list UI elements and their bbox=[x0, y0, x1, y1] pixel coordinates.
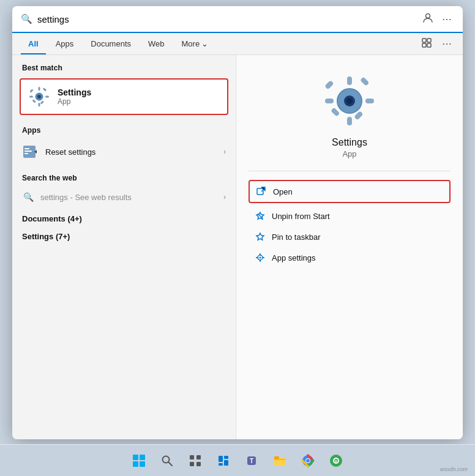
taskbar-widgets[interactable] bbox=[212, 450, 234, 472]
search-icon: 🔍 bbox=[21, 13, 32, 24]
svg-rect-14 bbox=[32, 99, 36, 103]
web-search-item[interactable]: 🔍 settings - See web results › bbox=[12, 186, 236, 208]
svg-rect-23 bbox=[347, 117, 352, 125]
app-settings-button[interactable]: App settings bbox=[249, 247, 451, 268]
taskbar-chrome[interactable] bbox=[297, 450, 319, 472]
chrome-icon bbox=[301, 454, 315, 467]
svg-rect-12 bbox=[40, 100, 44, 104]
svg-rect-30 bbox=[257, 188, 263, 195]
tabs-right-actions: ⋯ bbox=[419, 36, 454, 52]
svg-rect-47 bbox=[224, 460, 228, 466]
right-divider bbox=[249, 171, 451, 171]
svg-rect-8 bbox=[39, 103, 40, 106]
widgets-icon bbox=[217, 455, 230, 467]
svg-rect-1 bbox=[422, 39, 426, 42]
web-search-icon: 🔍 bbox=[22, 191, 34, 203]
tab-all[interactable]: All bbox=[21, 33, 46, 54]
svg-rect-46 bbox=[219, 463, 223, 466]
unpin-icon bbox=[255, 210, 266, 221]
search-input[interactable] bbox=[37, 14, 415, 24]
svg-rect-2 bbox=[427, 39, 431, 42]
svg-rect-42 bbox=[190, 462, 194, 466]
user-account-button[interactable] bbox=[420, 11, 436, 27]
svg-rect-45 bbox=[224, 456, 228, 459]
search-bar: 🔍 ⋯ bbox=[12, 6, 463, 33]
teams-icon: T bbox=[245, 454, 258, 467]
windows-logo bbox=[133, 455, 145, 467]
svg-point-54 bbox=[306, 459, 310, 463]
svg-rect-13 bbox=[43, 87, 47, 91]
chrome-app-icon: + bbox=[329, 453, 343, 468]
taskbar-taskview[interactable] bbox=[184, 450, 206, 472]
open-icon bbox=[256, 186, 267, 197]
right-app-type: App bbox=[342, 149, 356, 158]
chevron-down-icon: ⌄ bbox=[201, 39, 208, 48]
web-search-text: settings - See web results bbox=[40, 193, 132, 202]
web-section-label: Search the web bbox=[12, 165, 236, 186]
svg-point-6 bbox=[37, 95, 41, 99]
tab-documents[interactable]: Documents bbox=[83, 33, 138, 54]
svg-text:+: + bbox=[334, 458, 337, 464]
unpin-button[interactable]: Unpin from Start bbox=[249, 206, 451, 226]
taskbar-search-icon bbox=[161, 455, 173, 467]
svg-rect-18 bbox=[24, 153, 28, 154]
svg-rect-25 bbox=[365, 99, 374, 103]
content-area: Best match bbox=[12, 55, 463, 439]
svg-point-33 bbox=[260, 257, 261, 259]
best-match-text: Settings App bbox=[58, 87, 91, 106]
more-options-button[interactable]: ⋯ bbox=[439, 12, 454, 26]
pin-taskbar-label: Pin to taskbar bbox=[272, 232, 321, 242]
svg-rect-26 bbox=[324, 80, 334, 90]
chevron-right-web-icon: › bbox=[223, 193, 226, 201]
best-match-label: Best match bbox=[12, 55, 236, 76]
svg-rect-4 bbox=[427, 43, 431, 47]
svg-rect-43 bbox=[196, 462, 201, 466]
tab-web[interactable]: Web bbox=[141, 33, 172, 54]
web-search-left: 🔍 settings - See web results bbox=[22, 191, 132, 203]
open-label: Open bbox=[273, 187, 293, 196]
svg-rect-36 bbox=[256, 257, 258, 258]
taskbar-search[interactable] bbox=[156, 450, 178, 472]
svg-rect-29 bbox=[331, 107, 340, 117]
svg-rect-17 bbox=[24, 151, 32, 152]
reset-settings-left: Reset settings bbox=[22, 143, 95, 160]
svg-rect-35 bbox=[260, 260, 261, 262]
best-match-item[interactable]: Settings App bbox=[20, 78, 228, 115]
taskbar: T bbox=[0, 444, 475, 476]
taskbar-chrome-app[interactable]: + bbox=[325, 450, 347, 472]
svg-text:T: T bbox=[250, 458, 253, 464]
reset-settings-name: Reset settings bbox=[45, 147, 95, 157]
chevron-right-icon: › bbox=[223, 147, 226, 156]
svg-rect-24 bbox=[325, 99, 334, 103]
settings-large-icon bbox=[322, 73, 377, 128]
reset-settings-item[interactable]: Reset settings › bbox=[12, 138, 236, 165]
right-panel: Settings App Open bbox=[236, 55, 463, 439]
svg-line-39 bbox=[169, 462, 173, 466]
best-match-name: Settings bbox=[58, 87, 91, 97]
account-icon-button[interactable] bbox=[419, 36, 435, 52]
svg-rect-44 bbox=[219, 456, 223, 462]
svg-rect-41 bbox=[196, 455, 201, 459]
ellipsis-button[interactable]: ⋯ bbox=[439, 36, 454, 52]
unpin-label: Unpin from Start bbox=[272, 212, 330, 221]
pin-taskbar-button[interactable]: Pin to taskbar bbox=[249, 226, 451, 247]
svg-rect-34 bbox=[260, 253, 261, 255]
tab-more[interactable]: More ⌄ bbox=[174, 33, 216, 54]
taskview-icon bbox=[189, 455, 201, 467]
taskbar-teams[interactable]: T bbox=[241, 450, 263, 472]
svg-rect-51 bbox=[274, 456, 279, 459]
svg-point-0 bbox=[426, 14, 430, 18]
settings-icon bbox=[28, 86, 50, 108]
tab-apps[interactable]: Apps bbox=[48, 33, 81, 54]
open-button[interactable]: Open bbox=[249, 180, 451, 203]
search-bar-actions: ⋯ bbox=[420, 11, 454, 27]
svg-point-21 bbox=[346, 98, 353, 104]
taskbar-explorer[interactable] bbox=[269, 450, 291, 472]
app-settings-icon bbox=[255, 252, 266, 263]
documents-section[interactable]: Documents (4+) bbox=[12, 208, 236, 226]
taskbar-start[interactable] bbox=[128, 450, 150, 472]
watermark-text: wsxdn.com bbox=[440, 466, 468, 472]
tabs-list: All Apps Documents Web More ⌄ bbox=[21, 33, 215, 54]
right-app-name: Settings bbox=[332, 137, 367, 148]
settings-section[interactable]: Settings (7+) bbox=[12, 226, 236, 244]
